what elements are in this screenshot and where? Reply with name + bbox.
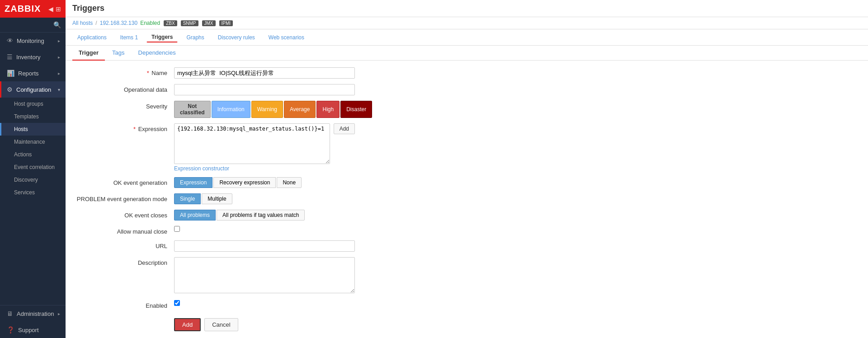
inventory-icon: ☰	[7, 53, 13, 61]
problem-event-mode-group: Single Multiple	[174, 193, 355, 204]
expression-wrap: {192.168.32.130:mysql_master_status.last…	[174, 123, 355, 164]
enabled-checkbox[interactable]	[174, 300, 180, 306]
sidebar-header: ZABBIX ◀ ⊞	[0, 0, 66, 18]
name-row: * Name	[75, 67, 859, 79]
host-tab-graphs[interactable]: Graphs	[181, 33, 209, 42]
sidebar-item-administration[interactable]: 🖥 Administration ▸	[0, 305, 66, 322]
expression-textarea[interactable]: {192.168.32.130:mysql_master_status.last…	[174, 123, 330, 164]
severity-group: Not classified Information Warning Avera…	[174, 101, 355, 118]
search-bar: 🔍	[0, 18, 66, 33]
ok-event-all-problems-btn[interactable]: All problems	[174, 210, 216, 221]
sidebar-sub-hosts[interactable]: Hosts	[0, 123, 66, 136]
severity-information[interactable]: Information	[212, 101, 250, 118]
problem-event-mode-row: PROBLEM event generation mode Single Mul…	[75, 193, 859, 204]
host-tag-zbx: ZBX	[164, 20, 177, 26]
description-label: Description	[75, 257, 174, 266]
host-tab-discovery[interactable]: Discovery rules	[213, 33, 260, 42]
host-tab-applications[interactable]: Applications	[72, 33, 112, 42]
description-row: Description	[75, 257, 859, 295]
sidebar-label-configuration: Configuration	[16, 86, 51, 93]
severity-control: Not classified Information Warning Avera…	[174, 101, 355, 118]
ok-event-tag-values-btn[interactable]: All problems if tag values match	[217, 210, 305, 221]
expand-icon[interactable]: ⊞	[56, 5, 61, 13]
collapse-icon[interactable]: ◀	[48, 5, 53, 13]
administration-icon: 🖥	[7, 310, 13, 317]
ok-event-none-btn[interactable]: None	[277, 177, 302, 188]
name-input[interactable]	[174, 67, 355, 79]
cancel-button[interactable]: Cancel	[204, 318, 238, 331]
add-button[interactable]: Add	[174, 318, 201, 331]
name-control	[174, 67, 355, 79]
sidebar-sub-services[interactable]: Services	[0, 186, 66, 199]
chevron-reports: ▸	[58, 71, 60, 76]
enabled-label: Enabled	[75, 300, 174, 309]
sidebar-sub-discovery[interactable]: Discovery	[0, 174, 66, 186]
expression-control: {192.168.32.130:mysql_master_status.last…	[174, 123, 355, 172]
sidebar-label-monitoring: Monitoring	[17, 38, 44, 44]
name-label: * Name	[75, 67, 174, 76]
sidebar-sub-event-correlation[interactable]: Event correlation	[0, 161, 66, 174]
ok-event-recovery-btn[interactable]: Recovery expression	[213, 177, 276, 188]
ok-event-closes-label: OK event closes	[75, 210, 174, 219]
description-control	[174, 257, 355, 295]
ok-event-generation-control: Expression Recovery expression None	[174, 177, 355, 188]
problem-event-mode-control: Single Multiple	[174, 193, 355, 204]
tab-tags[interactable]: Tags	[106, 46, 131, 61]
form-tabs: Trigger Tags Dependencies	[66, 46, 868, 61]
sidebar-sub-templates[interactable]: Templates	[0, 110, 66, 123]
operational-data-control	[174, 84, 355, 95]
expression-add-button[interactable]: Add	[334, 123, 355, 134]
tab-dependencies[interactable]: Dependencies	[132, 46, 182, 61]
problem-event-multiple-btn[interactable]: Multiple	[202, 193, 232, 204]
form-content: * Name Operational data Severity Not cla…	[66, 61, 868, 338]
chevron-inventory: ▸	[58, 55, 60, 60]
severity-average[interactable]: Average	[284, 101, 316, 118]
ok-event-generation-label: OK event generation	[75, 177, 174, 186]
sidebar-item-reports[interactable]: 📊 Reports ▸	[0, 65, 66, 81]
sidebar-item-monitoring[interactable]: 👁 Monitoring ▸	[0, 33, 66, 49]
url-row: URL	[75, 240, 859, 252]
ok-event-closes-group: All problems All problems if tag values …	[174, 210, 355, 221]
sidebar-sub-maintenance[interactable]: Maintenance	[0, 136, 66, 148]
tab-trigger[interactable]: Trigger	[72, 46, 105, 61]
severity-high[interactable]: High	[316, 101, 340, 118]
host-tab-items[interactable]: Items 1	[115, 33, 143, 42]
chevron-configuration: ▾	[58, 87, 60, 92]
host-tab-triggers[interactable]: Triggers	[146, 32, 178, 42]
name-required-star: *	[147, 70, 149, 76]
reports-icon: 📊	[7, 70, 14, 77]
description-textarea[interactable]	[174, 257, 355, 293]
sidebar-item-configuration[interactable]: ⚙ Configuration ▾	[0, 81, 66, 98]
breadcrumb-host-ip[interactable]: 192.168.32.130	[100, 20, 137, 26]
operational-data-input[interactable]	[174, 84, 355, 95]
ok-event-expression-btn[interactable]: Expression	[174, 177, 212, 188]
sidebar-item-inventory[interactable]: ☰ Inventory ▸	[0, 49, 66, 65]
host-tab-web[interactable]: Web scenarios	[264, 33, 309, 42]
breadcrumb-sep-1: /	[95, 20, 97, 26]
chevron-monitoring: ▸	[58, 38, 60, 43]
sidebar-item-support[interactable]: ❓ Support	[0, 322, 66, 338]
operational-data-row: Operational data	[75, 84, 859, 95]
expression-constructor-link[interactable]: Expression constructor	[174, 165, 229, 172]
host-tag-ipmi: IPMI	[219, 20, 233, 26]
sidebar-label-inventory: Inventory	[16, 54, 40, 61]
url-control	[174, 240, 355, 252]
sidebar-sub-actions[interactable]: Actions	[0, 148, 66, 161]
search-icon[interactable]: 🔍	[53, 21, 61, 28]
sidebar-sub-host-groups[interactable]: Host groups	[0, 98, 66, 110]
severity-warning[interactable]: Warning	[251, 101, 283, 118]
url-input[interactable]	[174, 240, 355, 252]
problem-event-single-btn[interactable]: Single	[174, 193, 201, 204]
allow-manual-close-checkbox[interactable]	[174, 226, 180, 232]
topbar: All hosts / 192.168.32.130 Enabled ZBX S…	[66, 17, 868, 29]
configuration-icon: ⚙	[7, 86, 13, 93]
severity-disaster[interactable]: Disaster	[340, 101, 372, 118]
sidebar-label-administration: Administration	[17, 310, 54, 317]
logo: ZABBIX	[5, 4, 41, 14]
breadcrumb-all-hosts[interactable]: All hosts	[72, 20, 93, 26]
severity-not-classified[interactable]: Not classified	[174, 101, 211, 118]
page-title: Triggers	[66, 0, 868, 17]
host-status: Enabled	[140, 20, 160, 26]
enabled-row: Enabled	[75, 300, 859, 309]
ok-event-generation-row: OK event generation Expression Recovery …	[75, 177, 859, 188]
